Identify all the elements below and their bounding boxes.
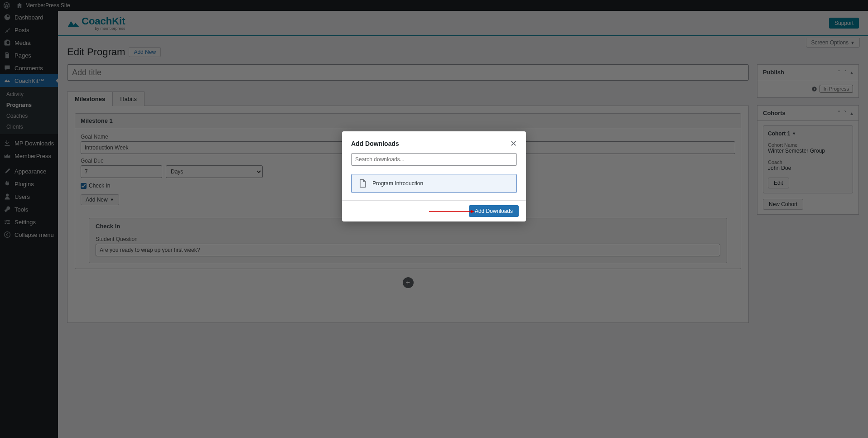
modal-overlay[interactable] [0, 0, 868, 11]
